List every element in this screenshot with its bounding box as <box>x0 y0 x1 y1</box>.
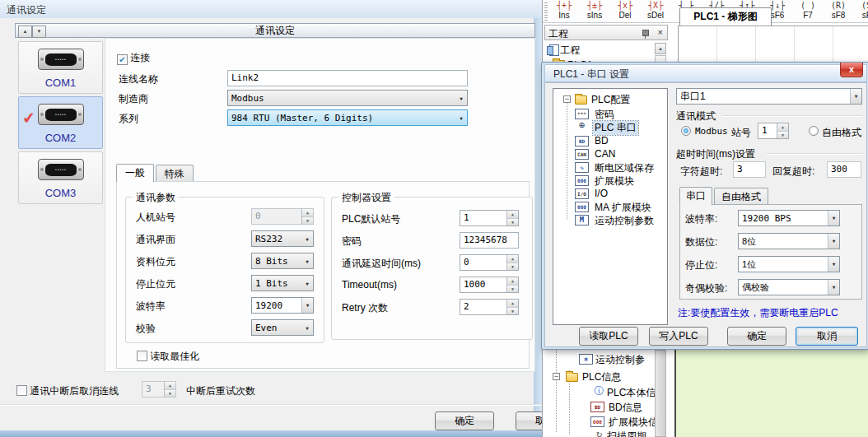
dlg-parity-value: 偶校验 <box>739 281 828 294</box>
interface-value: RS232 <box>252 234 301 244</box>
hmi-station-label: 人机站号 <box>136 211 175 225</box>
disconnect-checkbox[interactable] <box>16 385 27 396</box>
dialog-cancel-button[interactable]: 取消 <box>796 327 858 346</box>
dlg-stopbits-select[interactable]: 1位 ▼ <box>738 256 840 272</box>
close-icon[interactable]: × <box>658 27 663 37</box>
ma-expansion-icon: 000 <box>575 202 589 212</box>
coil-reset-icon: (R) <box>824 0 853 11</box>
tab-special[interactable]: 特殊 <box>156 165 194 182</box>
spinner-arrows-icon: ▲▼ <box>164 382 175 397</box>
baud-rate-label: 波特率 <box>136 300 166 314</box>
toolbar-button-sdel[interactable]: ┤X├sDel <box>641 0 670 22</box>
password-input[interactable]: 12345678 <box>460 232 519 249</box>
retry-count-spinner[interactable]: 2 ▲▼ <box>460 299 519 315</box>
modbus-radio[interactable] <box>681 126 691 136</box>
toolbar-button-del[interactable]: ┤x├Del <box>610 0 640 22</box>
connect-checkbox-row[interactable]: ✔ 连接 <box>117 51 150 65</box>
timeout-spinner[interactable]: 1000 ▲▼ <box>460 277 519 293</box>
com-port-item-com3[interactable]: ••••• COM3 <box>18 151 103 204</box>
spinner-arrows-icon[interactable]: ▲▼ <box>506 277 518 292</box>
link-name-input[interactable]: Link2 <box>227 70 468 86</box>
dialog-titlebar[interactable]: PLC1 - 串口 设置 <box>544 64 867 82</box>
group-divider <box>722 115 862 117</box>
disconnect-label: 通讯中断后取消连线 <box>30 385 119 397</box>
tree-scrollbar[interactable] <box>655 350 666 437</box>
tab-special-label: 特殊 <box>165 168 184 179</box>
plc-station-spinner[interactable]: 1 ▲▼ <box>460 210 519 226</box>
toolbar-button-ins[interactable]: ┤+├Ins <box>549 0 579 22</box>
station-spinner[interactable]: 1 ▲▼ <box>758 123 789 139</box>
toolbar-button-sf8[interactable]: (R)sF8 <box>824 0 853 22</box>
spinner-arrows-icon[interactable]: ▲▼ <box>506 300 518 314</box>
connect-checkbox[interactable]: ✔ <box>117 54 128 65</box>
scroll-down-button[interactable]: ▼ <box>32 26 46 38</box>
timeout-group-title: 超时时间(ms)设置 <box>676 147 755 161</box>
tab-ladder-editor[interactable]: PLC1 - 梯形图 <box>679 7 772 26</box>
com-port-item-com1[interactable]: ••••• COM1 <box>18 41 103 94</box>
stop-bits-select[interactable]: 1 Bits ▼ <box>251 275 314 291</box>
module-info-icon: 000 <box>590 416 604 427</box>
tab-general[interactable]: 一般 <box>116 164 154 182</box>
bd-icon: BD <box>575 136 589 146</box>
spinner-arrows-icon[interactable]: ▲▼ <box>506 255 518 270</box>
pin-icon[interactable] <box>642 29 649 38</box>
plc-config-tree: − PLC配置 *** 密码 ⊕ PLC 串口 BD BD <box>553 88 668 325</box>
toolbar-button-sins[interactable]: ┤±├sIns <box>580 0 609 22</box>
link-name-label: 连线名称 <box>119 72 158 86</box>
chevron-down-icon: ▼ <box>301 236 313 242</box>
manufacturer-value: Modbus <box>228 93 455 104</box>
read-optimize-row[interactable]: 读取最佳化 <box>137 350 199 364</box>
disconnect-row[interactable]: 通讯中断后取消连线 <box>16 384 119 398</box>
toolbar-drag-handle[interactable] <box>544 2 548 21</box>
dialog-body: − PLC配置 *** 密码 ⊕ PLC 串口 BD BD <box>544 82 867 347</box>
serial-port-select[interactable]: 串口1 ▼ <box>676 88 862 105</box>
chevron-down-icon: ▼ <box>850 89 861 104</box>
series-value: 984 RTU (Master, 6 Digits) <box>228 113 455 123</box>
retry-count-label: Retry 次数 <box>342 301 388 315</box>
collapse-icon[interactable]: − <box>553 373 560 380</box>
dlg-databits-label: 数据位: <box>685 235 717 249</box>
manufacturer-select[interactable]: Modbus ▼ <box>227 90 468 106</box>
ladder-editor-canvas[interactable] <box>674 350 868 437</box>
ok-button[interactable]: 确定 <box>435 411 494 430</box>
footer-divider <box>0 404 542 406</box>
write-plc-button[interactable]: 写入PLC <box>649 327 708 346</box>
series-select[interactable]: 984 RTU (Master, 6 Digits) ▼ <box>227 109 468 126</box>
project-icon <box>547 44 558 55</box>
spinner-arrows-icon[interactable]: ▲▼ <box>777 123 788 138</box>
spinner-arrows-icon[interactable]: ▲▼ <box>506 211 518 225</box>
comm-delay-spinner[interactable]: 0 ▲▼ <box>460 254 519 271</box>
series-label: 系列 <box>119 112 138 126</box>
parity-select[interactable]: Even ▼ <box>251 319 314 336</box>
tab-free-format[interactable]: 自由格式 <box>714 188 768 205</box>
dialog-close-button[interactable]: x <box>840 63 863 77</box>
data-bits-select[interactable]: 8 Bits ▼ <box>251 253 314 269</box>
tab-serial[interactable]: 串口 <box>679 187 712 205</box>
free-format-radio-label: 自由格式 <box>822 126 861 140</box>
timeout-label: Timeout(ms) <box>342 279 397 291</box>
panel-scroll-up-icon[interactable]: ▲ <box>655 43 666 54</box>
read-plc-button[interactable]: 读取PLC <box>579 327 638 346</box>
com-port-item-com2[interactable]: ✔ ••••• COM2 <box>18 96 103 149</box>
window-title: 通讯设定 <box>7 4 46 16</box>
close-x-icon: x <box>849 64 854 74</box>
chevron-down-icon: ▼ <box>455 115 467 121</box>
dlg-baud-select[interactable]: 19200 BPS ▼ <box>738 210 840 226</box>
window-titlebar[interactable]: 通讯设定 <box>0 0 542 18</box>
free-format-radio[interactable] <box>809 126 819 136</box>
dialog-ok-button[interactable]: 确定 <box>727 327 786 346</box>
toolbar-button-sf7[interactable]: (S)sF7 <box>854 0 868 22</box>
char-timeout-input[interactable]: 3 <box>733 161 766 178</box>
read-optimize-checkbox[interactable] <box>137 351 147 361</box>
chevron-down-icon: ▼ <box>301 325 313 331</box>
dlg-parity-select[interactable]: 偶校验 ▼ <box>738 279 840 295</box>
reply-timeout-input[interactable]: 300 <box>827 161 861 178</box>
baud-rate-select[interactable]: 19200 ▼ <box>251 297 314 314</box>
toolbar-button-f7[interactable]: ( )F7 <box>793 0 823 22</box>
dlg-databits-select[interactable]: 8位 ▼ <box>738 233 840 249</box>
project-tree-root[interactable]: 工程 <box>547 44 580 58</box>
collapse-icon[interactable]: − <box>563 95 571 103</box>
interface-select[interactable]: RS232 ▼ <box>251 230 314 247</box>
comm-delay-value: 0 <box>460 255 506 270</box>
scroll-up-button[interactable]: ▲ <box>18 26 32 38</box>
